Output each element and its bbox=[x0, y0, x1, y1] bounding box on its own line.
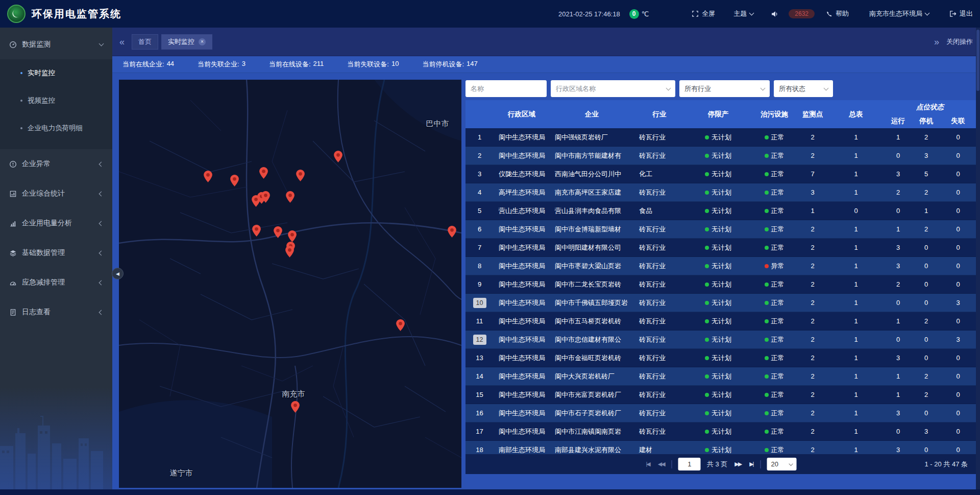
table-row[interactable]: 17阆中生态环境局阆中市江南镇阆南页岩砖瓦行业无计划正常21030 bbox=[465, 422, 976, 441]
sidebar-group[interactable]: 基础数据管理 bbox=[0, 238, 112, 268]
table-row[interactable]: 15阆中生态环境局阆中市光富页岩机砖厂砖瓦行业无计划正常21120 bbox=[465, 386, 976, 404]
col-subheader[interactable]: 停机 bbox=[912, 114, 940, 128]
sidebar-item[interactable]: 实时监控 bbox=[0, 59, 112, 87]
col-header[interactable]: 治污设施 bbox=[751, 100, 797, 128]
sidebar-group[interactable]: 企业异常 bbox=[0, 149, 112, 179]
col-header[interactable]: 行业 bbox=[634, 100, 685, 128]
page-number-input[interactable] bbox=[678, 458, 701, 470]
page-scrollbar[interactable] bbox=[976, 28, 980, 489]
col-subheader[interactable]: 失联 bbox=[940, 114, 976, 128]
map-pin-icon[interactable] bbox=[286, 191, 295, 203]
table-row[interactable]: 9阆中生态环境局阆中市二龙长宝页岩砖砖瓦行业无计划正常21200 bbox=[465, 275, 976, 294]
map-pin-icon[interactable] bbox=[259, 167, 268, 179]
table-row[interactable]: 12阆中生态环境局阆中市忠信建材有限公砖瓦行业无计划正常21003 bbox=[465, 331, 976, 349]
stat-value: 44 bbox=[167, 60, 174, 69]
tabs-scroll-right-icon[interactable]: » bbox=[934, 37, 939, 46]
sidebar-group[interactable]: 日志查看 bbox=[0, 297, 112, 327]
industry-select[interactable]: 所有行业 bbox=[679, 80, 770, 97]
table-row[interactable]: 14阆中生态环境局阆中大兴页岩机砖厂砖瓦行业无计划正常21120 bbox=[465, 367, 976, 386]
logout-button[interactable]: 退出 bbox=[949, 9, 973, 18]
col-header[interactable]: 监测点 bbox=[797, 100, 828, 128]
chevron-down-icon bbox=[666, 85, 671, 90]
notice-count-badge[interactable]: 2632 bbox=[789, 9, 815, 18]
table-row[interactable]: 4高坪生态环境局南充市高坪区王家店建砖瓦行业无计划正常31220 bbox=[465, 183, 976, 202]
name-search-input[interactable] bbox=[465, 80, 547, 97]
cell-meters: 1 bbox=[828, 262, 884, 270]
table-row[interactable]: 1阆中生态环境局阆中强锐页岩砖厂砖瓦行业无计划正常21120 bbox=[465, 128, 976, 147]
table-row[interactable]: 6阆中生态环境局阆中市金博瑞新型墙材砖瓦行业无计划正常21120 bbox=[465, 220, 976, 239]
map-roads bbox=[119, 80, 461, 488]
tab-close-icon[interactable]: × bbox=[199, 38, 206, 45]
col-header[interactable]: 停限产 bbox=[685, 100, 751, 128]
map-pin-icon[interactable] bbox=[448, 226, 456, 238]
chevron-left-icon bbox=[99, 221, 104, 226]
table-row[interactable]: 5营山生态环境局营山县润丰肉食品有限食品无计划正常10010 bbox=[465, 202, 976, 220]
page-size-select[interactable]: 20 bbox=[767, 458, 796, 470]
cell-lost: 0 bbox=[940, 207, 976, 215]
org-dropdown[interactable]: 南充市生态环境局 bbox=[869, 9, 929, 18]
sidebar-item-label: 视频监控 bbox=[28, 96, 55, 105]
sidebar-group[interactable]: 数据监测 bbox=[0, 30, 112, 59]
tab[interactable]: 首页 bbox=[132, 34, 158, 50]
map-canvas[interactable]: 巴中市南充市遂宁市 bbox=[119, 80, 461, 488]
fullscreen-button[interactable]: 全屏 bbox=[692, 9, 715, 18]
map-pin-icon[interactable] bbox=[334, 151, 342, 162]
table-row[interactable]: 8阆中生态环境局阆中市枣碧大梁山页岩砖瓦行业无计划异常21300 bbox=[465, 257, 976, 275]
table-row[interactable]: 16阆中生态环境局阆中市石子页岩机砖厂砖瓦行业无计划正常21300 bbox=[465, 404, 976, 422]
map-pin-icon[interactable] bbox=[261, 191, 270, 203]
stats-bar: 当前在线企业:44当前失联企业:3当前在线设备:211当前失联设备:10当前停机… bbox=[112, 56, 980, 73]
cell-region: 阆中生态环境局 bbox=[494, 133, 550, 142]
table-row[interactable]: 18南部生态环境局南部县建兴水泥有限公建材无计划正常21300 bbox=[465, 441, 976, 454]
map-pin-icon[interactable] bbox=[288, 230, 297, 242]
table-row[interactable]: 10阆中生态环境局阆中市千佛镇五郎垭页岩砖瓦行业无计划正常21003 bbox=[465, 294, 976, 312]
col-header[interactable]: 总表 bbox=[828, 100, 884, 128]
col-header[interactable]: 企业 bbox=[550, 100, 634, 128]
stat-label: 当前失联企业: bbox=[198, 60, 239, 69]
theme-dropdown[interactable]: 主题 bbox=[733, 9, 753, 18]
sidebar-group[interactable]: 企业用电量分析 bbox=[0, 208, 112, 238]
cell-production-limit: 无计划 bbox=[685, 298, 751, 308]
map-pin-icon[interactable] bbox=[396, 319, 405, 331]
map-pin-icon[interactable] bbox=[274, 226, 282, 238]
cell-facility-status: 正常 bbox=[751, 390, 797, 399]
col-header[interactable]: 行政区域 bbox=[494, 100, 550, 128]
col-subheader[interactable]: 运行 bbox=[884, 114, 912, 128]
table-row[interactable]: 2阆中生态环境局阆中市南方节能建材有砖瓦行业无计划正常21030 bbox=[465, 147, 976, 165]
map-pin-icon[interactable] bbox=[230, 175, 239, 186]
map-pin-icon[interactable] bbox=[285, 246, 294, 257]
cell-stopped: 2 bbox=[912, 372, 940, 380]
sidebar-item[interactable]: 企业电力负荷明细 bbox=[0, 114, 112, 142]
panel-collapse-button[interactable]: ◀ bbox=[112, 268, 124, 279]
table-row[interactable]: 7阆中生态环境局阆中明阳建材有限公司砖瓦行业无计划正常21300 bbox=[465, 239, 976, 257]
region-select[interactable]: 行政区域名称 bbox=[551, 80, 675, 97]
sidebar-group[interactable]: 企业综合统计 bbox=[0, 179, 112, 208]
table-row[interactable]: 11阆中生态环境局阆中市五马桥页岩机砖砖瓦行业无计划正常21120 bbox=[465, 312, 976, 331]
table-row[interactable]: 3仪陇生态环境局西南油气田分公司川中化工无计划正常71350 bbox=[465, 165, 976, 183]
status-dot-green-icon bbox=[705, 282, 709, 287]
next-page-button[interactable]: ▶▶ bbox=[733, 461, 742, 467]
cell-region: 阆中生态环境局 bbox=[494, 335, 550, 344]
cell-industry: 砖瓦行业 bbox=[634, 335, 685, 344]
help-button[interactable]: 帮助 bbox=[826, 9, 849, 18]
tabs-scroll-left-icon[interactable]: « bbox=[119, 37, 125, 46]
status-dot-green-icon bbox=[705, 319, 709, 323]
map-pin-icon[interactable] bbox=[291, 401, 300, 413]
cell-stopped: 5 bbox=[912, 170, 940, 178]
map-pin-icon[interactable] bbox=[296, 170, 305, 181]
sidebar-item[interactable]: 视频监控 bbox=[0, 87, 112, 114]
tab[interactable]: 实时监控× bbox=[161, 34, 212, 50]
status-select[interactable]: 所有状态 bbox=[774, 80, 833, 97]
prev-page-button[interactable]: ◀◀ bbox=[657, 461, 666, 467]
close-operations-button[interactable]: 关闭操作 bbox=[946, 37, 973, 46]
table-row[interactable]: 13阆中生态环境局阆中市金福旺页岩机砖砖瓦行业无计划正常21300 bbox=[465, 349, 976, 367]
map-pin-icon[interactable] bbox=[252, 225, 261, 237]
sound-button[interactable] bbox=[771, 10, 778, 18]
status-dot-green-icon bbox=[765, 172, 769, 176]
cell-num: 17 bbox=[465, 428, 494, 435]
sidebar-group[interactable]: 应急减排管理 bbox=[0, 268, 112, 297]
cell-facility-status: 正常 bbox=[751, 151, 797, 160]
first-page-button[interactable]: |◀ bbox=[645, 461, 651, 467]
status-dot-green-icon bbox=[765, 209, 769, 213]
last-page-button[interactable]: ▶| bbox=[748, 461, 754, 467]
map-pin-icon[interactable] bbox=[204, 171, 212, 182]
